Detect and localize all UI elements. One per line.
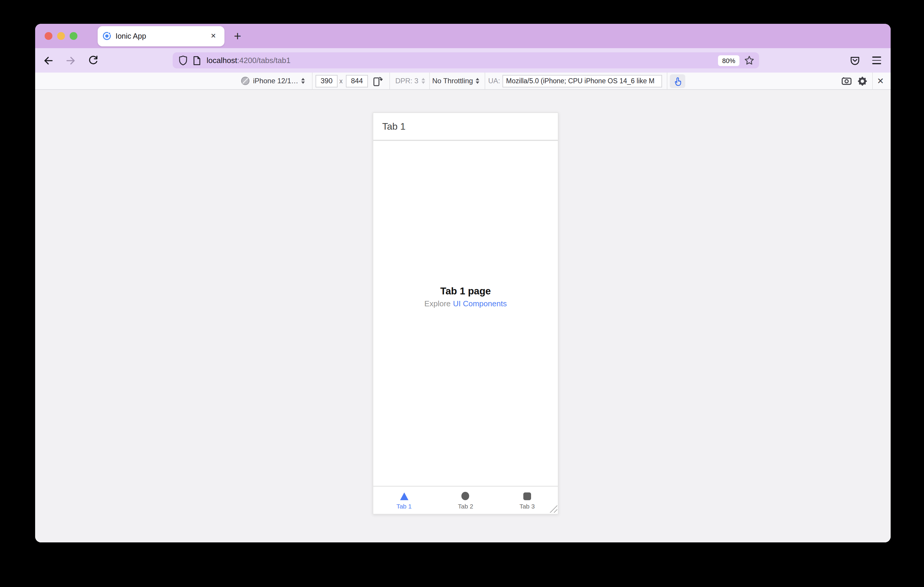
dimension-separator: x [339, 72, 343, 89]
bookmark-star-icon[interactable] [744, 55, 754, 66]
device-viewport: Tab 1 Tab 1 page ExploreUI Components Ta… [373, 112, 558, 515]
shield-icon[interactable] [178, 55, 188, 66]
throttling-arrows-icon [476, 78, 480, 84]
page-header-title: Tab 1 [382, 121, 406, 132]
close-rdm-button[interactable]: ✕ [877, 72, 884, 89]
reload-button[interactable] [86, 48, 100, 72]
responsive-design-toolbar: iPhone 12/1… 390 x 844 [35, 72, 891, 90]
device-selector[interactable]: iPhone 12/1… [241, 72, 305, 89]
tab-button-tab3[interactable]: Tab 3 [496, 487, 558, 514]
screenshot-camera-button[interactable] [841, 72, 852, 89]
url-text: localhost:4200/tabs/tab1 [206, 56, 718, 65]
ionic-tab-bar: Tab 1 Tab 2 Tab 3 [373, 486, 558, 514]
minimize-window-button[interactable] [57, 32, 64, 39]
navigation-bar: localhost:4200/tabs/tab1 80% [35, 48, 891, 72]
viewport-height-input[interactable]: 844 [346, 72, 368, 89]
pocket-icon[interactable] [846, 48, 863, 72]
tab-title: Ionic App [116, 32, 208, 40]
tab-button-tab2[interactable]: Tab 2 [435, 487, 497, 514]
explore-container: Tab 1 page ExploreUI Components [373, 286, 558, 308]
browser-content-area: Tab 1 Tab 1 page ExploreUI Components Ta… [35, 90, 891, 543]
device-selector-label: iPhone 12/1… [253, 77, 298, 85]
titlebar: Ionic App ✕ + [35, 24, 891, 48]
throttling-label: No Throttling [432, 77, 473, 85]
tab-close-icon[interactable]: ✕ [208, 31, 218, 41]
device-selector-arrows-icon [301, 78, 305, 84]
browser-tab[interactable]: Ionic App ✕ [97, 26, 224, 46]
ellipse-icon [462, 492, 469, 500]
square-icon [523, 492, 531, 500]
ionic-header: Tab 1 [373, 113, 558, 141]
device-circle-icon [241, 76, 250, 86]
menu-hamburger-icon[interactable] [868, 48, 885, 72]
touch-simulation-button[interactable] [670, 74, 685, 88]
rotate-viewport-button[interactable] [372, 72, 383, 89]
triangle-icon [400, 492, 408, 500]
zoom-level-badge[interactable]: 80% [718, 55, 739, 66]
explore-text: ExploreUI Components [373, 299, 558, 308]
settings-gear-button[interactable] [857, 72, 868, 89]
throttling-selector[interactable]: No Throttling [432, 72, 480, 89]
maximize-window-button[interactable] [70, 32, 77, 39]
url-bar[interactable]: localhost:4200/tabs/tab1 80% [173, 53, 759, 68]
window-controls [45, 32, 77, 39]
tab-button-tab1[interactable]: Tab 1 [373, 487, 435, 514]
url-path: :4200/tabs/tab1 [237, 56, 290, 65]
dpr-label: DPR: 3 [395, 77, 418, 85]
dpr-selector[interactable]: DPR: 3 [395, 72, 425, 89]
viewport-width-input[interactable]: 390 [315, 72, 338, 89]
ui-components-link[interactable]: UI Components [453, 299, 507, 308]
page-info-icon[interactable] [193, 56, 201, 65]
ua-label: UA: [488, 72, 500, 89]
url-host: localhost [206, 56, 237, 65]
browser-window: Ionic App ✕ + [35, 24, 891, 543]
close-window-button[interactable] [45, 32, 52, 39]
back-button[interactable] [41, 48, 55, 72]
ua-input[interactable]: Mozilla/5.0 (iPhone; CPU iPhone OS 14_6 … [503, 72, 662, 89]
page-title: Tab 1 page [373, 286, 558, 297]
forward-button[interactable] [64, 48, 78, 72]
new-tab-button[interactable]: + [230, 24, 245, 48]
screen: Ionic App ✕ + [0, 0, 924, 587]
ionic-favicon-icon [102, 31, 111, 40]
dpr-arrows-icon [421, 78, 425, 84]
